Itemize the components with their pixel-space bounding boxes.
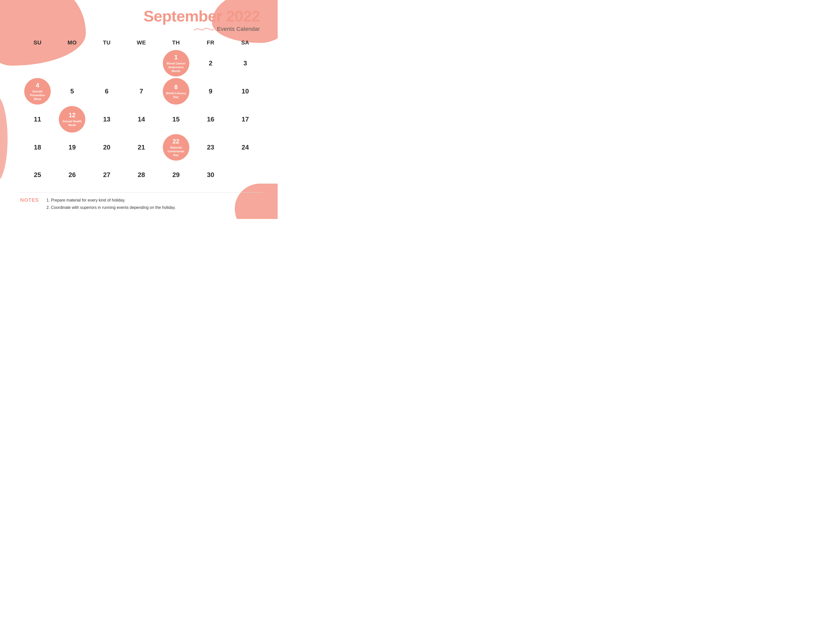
event-circle: 4Suicide Prevention Week xyxy=(24,78,51,105)
calendar-cell xyxy=(124,50,159,77)
calendar-cell: 24 xyxy=(228,134,262,161)
event-day-number: 22 xyxy=(173,138,180,145)
event-day-number: 1 xyxy=(174,54,177,61)
header-fr: FR xyxy=(193,37,228,48)
calendar-cell: 2 xyxy=(193,50,228,77)
calendar-cell: 10 xyxy=(228,78,262,105)
calendar-cell: 15 xyxy=(159,106,193,133)
event-label: Sexual Health Week xyxy=(61,119,83,127)
day-number: 3 xyxy=(243,60,247,67)
event-day-number: 8 xyxy=(174,84,177,91)
day-number: 2 xyxy=(209,60,212,67)
header-mo: MO xyxy=(55,37,89,48)
day-number: 9 xyxy=(209,87,212,95)
day-number: 21 xyxy=(138,143,145,151)
note-item-1: 1. Prepare material for every kind of ho… xyxy=(47,197,176,204)
calendar-cell: 23 xyxy=(193,134,228,161)
calendar-cell: 5 xyxy=(55,78,89,105)
wavy-line-icon xyxy=(194,27,214,31)
calendar-subtitle: Events Calendar xyxy=(217,26,260,32)
header-sa: SA xyxy=(228,37,262,48)
day-number: 29 xyxy=(172,171,180,179)
day-number: 17 xyxy=(241,116,249,123)
header-tu: TU xyxy=(89,37,124,48)
event-circle: 8World Literacy Day xyxy=(163,78,189,105)
note-item-2: 2. Coordinate with superiors in running … xyxy=(47,204,176,211)
day-number: 6 xyxy=(105,87,109,95)
calendar-header: September 2022 Events Calendar xyxy=(20,8,262,32)
event-day-number: 12 xyxy=(69,112,76,119)
calendar-cell: 7 xyxy=(124,78,159,105)
day-number: 5 xyxy=(70,87,74,95)
calendar: SU MO TU WE TH FR SA 1Blood Cancer Aware… xyxy=(20,37,262,187)
calendar-cell: 25 xyxy=(20,162,55,187)
notes-content: 1. Prepare material for every kind of ho… xyxy=(47,197,176,211)
event-label: Blood Cancer Awareness Month xyxy=(165,62,187,73)
calendar-cell: 30 xyxy=(193,162,228,187)
calendar-cell: 6 xyxy=(89,78,124,105)
day-number: 10 xyxy=(241,87,249,95)
subtitle-row: Events Calendar xyxy=(194,26,260,32)
calendar-cell: 29 xyxy=(159,162,193,187)
calendar-cell xyxy=(55,50,89,77)
event-circle: 22National Centenarian Day xyxy=(163,134,189,161)
calendar-cell: 27 xyxy=(89,162,124,187)
day-number: 23 xyxy=(207,143,214,151)
header-th: TH xyxy=(159,37,193,48)
calendar-cell xyxy=(228,162,262,187)
event-label: World Literacy Day xyxy=(165,92,187,99)
day-number: 18 xyxy=(34,143,41,151)
day-headers: SU MO TU WE TH FR SA xyxy=(20,37,262,48)
calendar-cell: 11 xyxy=(20,106,55,133)
day-number: 28 xyxy=(138,171,145,179)
day-number: 7 xyxy=(140,87,143,95)
day-number: 16 xyxy=(207,116,214,123)
notes-label: NOTES xyxy=(20,197,39,203)
calendar-cell: 21 xyxy=(124,134,159,161)
header-su: SU xyxy=(20,37,55,48)
calendar-cell: 19 xyxy=(55,134,89,161)
calendar-cell: 18 xyxy=(20,134,55,161)
calendar-cell: 3 xyxy=(228,50,262,77)
day-number: 13 xyxy=(103,116,110,123)
calendar-cell xyxy=(89,50,124,77)
calendar-cell xyxy=(20,50,55,77)
day-number: 20 xyxy=(103,143,110,151)
event-circle: 12Sexual Health Week xyxy=(59,106,85,133)
calendar-grid: 1Blood Cancer Awareness Month234Suicide … xyxy=(20,50,262,187)
day-number: 15 xyxy=(172,116,180,123)
day-number: 30 xyxy=(207,171,214,179)
event-label: Suicide Prevention Week xyxy=(27,90,48,101)
day-number: 25 xyxy=(34,171,41,179)
calendar-cell: 8World Literacy Day xyxy=(159,78,193,105)
day-number: 24 xyxy=(241,143,249,151)
day-number: 11 xyxy=(34,116,41,123)
calendar-cell: 1Blood Cancer Awareness Month xyxy=(159,50,193,77)
calendar-cell: 16 xyxy=(193,106,228,133)
event-label: National Centenarian Day xyxy=(165,146,187,157)
calendar-cell: 22National Centenarian Day xyxy=(159,134,193,161)
calendar-cell: 20 xyxy=(89,134,124,161)
day-number: 26 xyxy=(68,171,76,179)
calendar-cell: 4Suicide Prevention Week xyxy=(20,78,55,105)
event-circle: 1Blood Cancer Awareness Month xyxy=(163,50,189,77)
notes-section: NOTES 1. Prepare material for every kind… xyxy=(20,197,262,211)
calendar-cell: 9 xyxy=(193,78,228,105)
event-day-number: 4 xyxy=(36,82,39,89)
calendar-cell: 14 xyxy=(124,106,159,133)
notes-divider xyxy=(20,192,262,193)
calendar-title: September 2022 xyxy=(143,8,260,25)
header-we: WE xyxy=(124,37,159,48)
day-number: 19 xyxy=(68,143,76,151)
calendar-cell: 28 xyxy=(124,162,159,187)
day-number: 27 xyxy=(103,171,110,179)
day-number: 14 xyxy=(138,116,145,123)
calendar-cell: 17 xyxy=(228,106,262,133)
calendar-cell: 26 xyxy=(55,162,89,187)
calendar-cell: 13 xyxy=(89,106,124,133)
calendar-cell: 12Sexual Health Week xyxy=(55,106,89,133)
